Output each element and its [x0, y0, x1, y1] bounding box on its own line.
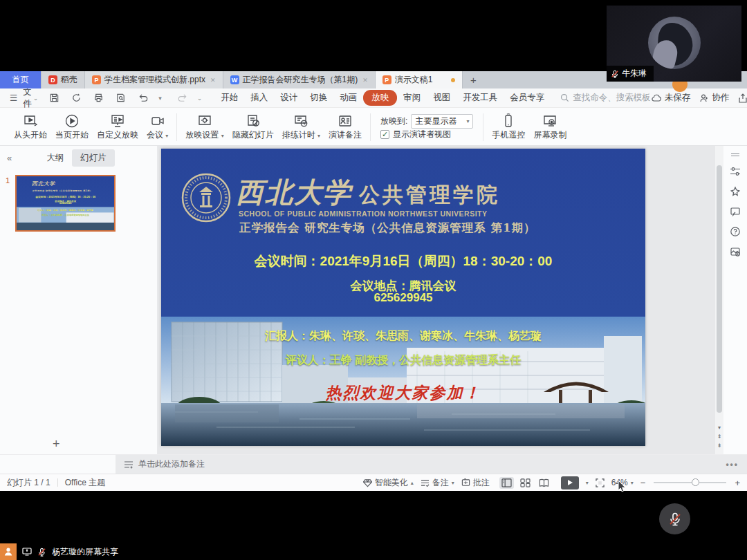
menu-item-animation[interactable]: 动画: [333, 90, 363, 106]
drag-handle-icon[interactable]: [730, 153, 740, 157]
file-menu-caret-icon[interactable]: ⌄: [33, 95, 39, 102]
rehearse-timing-label: 排练计时 ▾: [282, 129, 320, 141]
present-window-icon[interactable]: [730, 206, 741, 217]
play-from-current-label: 当页开始: [55, 129, 89, 141]
vertical-scrollbar[interactable]: ▾ ⇞ ⇟: [715, 146, 723, 454]
tab-close-icon[interactable]: ✕: [362, 77, 368, 84]
previous-slide-icon[interactable]: ⇞: [717, 433, 722, 440]
undo-caret-icon[interactable]: ▾: [158, 95, 162, 102]
hamburger-menu-icon[interactable]: ☰: [10, 93, 17, 103]
quick-access-toolbar: ▾ ⌄: [46, 93, 208, 103]
notes-input[interactable]: 单击此处添加备注 •••: [116, 455, 747, 474]
undo-icon[interactable]: [138, 93, 149, 103]
menu-item-devtools[interactable]: 开发工具: [456, 90, 504, 106]
play-from-beginning-button[interactable]: 从头开始: [10, 111, 51, 144]
redo-icon[interactable]: [176, 93, 188, 103]
reading-view-button[interactable]: [537, 477, 551, 489]
tab-docer[interactable]: D 稻壳: [42, 71, 85, 88]
menu-item-member[interactable]: 会员专享: [504, 90, 551, 106]
floating-toolbar: [723, 146, 747, 454]
comments-button-label: 批注: [473, 477, 490, 489]
participant-video-tile[interactable]: 牛朱琳: [607, 6, 741, 82]
play-from-current-button[interactable]: 当页开始: [51, 111, 93, 144]
help-icon[interactable]: [730, 226, 741, 237]
scrollbar-thumb[interactable]: [717, 165, 722, 413]
menu-item-review[interactable]: 审阅: [397, 90, 427, 106]
slide-thumbnail[interactable]: 西北大学 正学报告会 研究生专场（公共信息资源管理系 第1期） 会议时间：202…: [15, 175, 116, 232]
rehearse-timing-icon: [293, 113, 309, 129]
hide-slide-icon: [245, 113, 261, 129]
rehearse-timing-button[interactable]: 排练计时 ▾: [278, 111, 324, 144]
play-to-label: 放映到:: [380, 115, 407, 127]
export-image-icon[interactable]: [730, 246, 741, 257]
add-slide-button[interactable]: +: [53, 437, 60, 451]
notes-more-icon[interactable]: •••: [726, 460, 739, 469]
ribbon-separator: [370, 113, 371, 141]
save-icon[interactable]: [49, 93, 59, 103]
slides-tab[interactable]: 幻灯片: [72, 149, 115, 167]
command-search[interactable]: 查找命令、搜索模板: [560, 92, 651, 104]
beautify-star-icon[interactable]: [730, 186, 741, 197]
tab-document-pptx[interactable]: P 学生档案管理模式创新.pptx ✕: [85, 71, 223, 88]
collaborate-button[interactable]: 协作: [699, 92, 729, 104]
zoom-slider[interactable]: [654, 482, 726, 483]
sharer-avatar[interactable]: [0, 543, 17, 560]
slide-sorter-view-button[interactable]: [518, 477, 533, 489]
unsaved-indicator-dot: [451, 78, 455, 82]
hide-slide-button[interactable]: 隐藏幻灯片: [228, 111, 278, 144]
custom-show-button[interactable]: 自定义放映: [93, 111, 142, 144]
person-icon: [3, 546, 14, 557]
file-menu[interactable]: 文件: [23, 86, 32, 110]
presenter-view-checkbox[interactable]: ✓: [380, 130, 389, 139]
comments-button[interactable]: 批注: [461, 477, 490, 489]
slideshow-ribbon: 从头开始 当页开始 自定义放映 会议 ▾ 放映设置 ▾ 隐藏幻灯片: [0, 108, 747, 146]
tab-close-icon[interactable]: ✕: [210, 77, 216, 84]
outline-tab[interactable]: 大纲: [38, 149, 72, 167]
tab-home[interactable]: 首页: [0, 71, 42, 88]
display-select-value: 主要显示器: [415, 115, 456, 127]
docer-icon: D: [48, 75, 57, 84]
print-icon[interactable]: [93, 93, 104, 103]
menu-item-slideshow-active[interactable]: 放映: [363, 90, 397, 106]
fit-slide-button[interactable]: [596, 478, 605, 487]
show-settings-button[interactable]: 放映设置 ▾: [181, 111, 228, 144]
screen-record-label: 屏幕录制: [533, 129, 566, 141]
notes-row: 单击此处添加备注 •••: [0, 454, 747, 474]
menu-item-view[interactable]: 视图: [427, 90, 456, 106]
collapse-panel-button[interactable]: «: [7, 153, 12, 163]
tab-document-report[interactable]: W 正学报告会研究生专场（第1期) ✕: [223, 71, 376, 88]
mouse-cursor: [618, 480, 627, 493]
next-slide-icon[interactable]: ⇟: [717, 442, 722, 449]
tab-document-active[interactable]: P 演示文稿1: [376, 71, 463, 88]
phone-remote-button[interactable]: 手机遥控: [488, 111, 529, 144]
meeting-button[interactable]: 会议 ▾: [142, 111, 172, 144]
save-status[interactable]: 未保存: [651, 92, 691, 104]
screen-record-button[interactable]: 屏幕录制: [529, 111, 571, 144]
quick-access-more-icon[interactable]: ⌄: [197, 95, 203, 102]
meeting-label: 会议 ▾: [147, 129, 168, 141]
new-tab-button[interactable]: +: [463, 71, 483, 88]
play-icon: [566, 479, 573, 486]
share-button[interactable]: 分享: [738, 92, 747, 104]
menu-item-design[interactable]: 设计: [274, 90, 304, 106]
slide-1[interactable]: 西北大学公共管理学院 SCHOOL OF PUBLIC ADMINISTRATI…: [161, 149, 645, 446]
play-options-caret-icon[interactable]: ▾: [586, 480, 589, 486]
menu-item-transition[interactable]: 切换: [304, 90, 333, 106]
microphone-muted-button[interactable]: [659, 503, 690, 534]
print-preview-icon[interactable]: [116, 93, 126, 103]
menu-item-start[interactable]: 开始: [214, 90, 244, 106]
zoom-slider-knob[interactable]: [692, 478, 699, 486]
normal-view-button[interactable]: [499, 477, 514, 489]
smart-beautify-button[interactable]: 智能美化 ▴: [363, 477, 414, 489]
scroll-down-icon[interactable]: ▾: [718, 424, 721, 431]
adjust-settings-icon[interactable]: [730, 166, 741, 177]
zoom-out-button[interactable]: −: [640, 478, 646, 488]
zoom-in-button[interactable]: +: [735, 478, 740, 488]
play-slideshow-button[interactable]: [561, 476, 579, 489]
display-select[interactable]: 主要显示器 ▾: [411, 114, 473, 129]
sync-icon[interactable]: [71, 93, 82, 103]
menu-item-insert[interactable]: 插入: [244, 90, 274, 106]
notes-button[interactable]: 备注 ▾: [421, 477, 454, 489]
beautify-label: 智能美化: [375, 477, 408, 489]
speaker-notes-button[interactable]: 演讲备注: [324, 111, 366, 144]
